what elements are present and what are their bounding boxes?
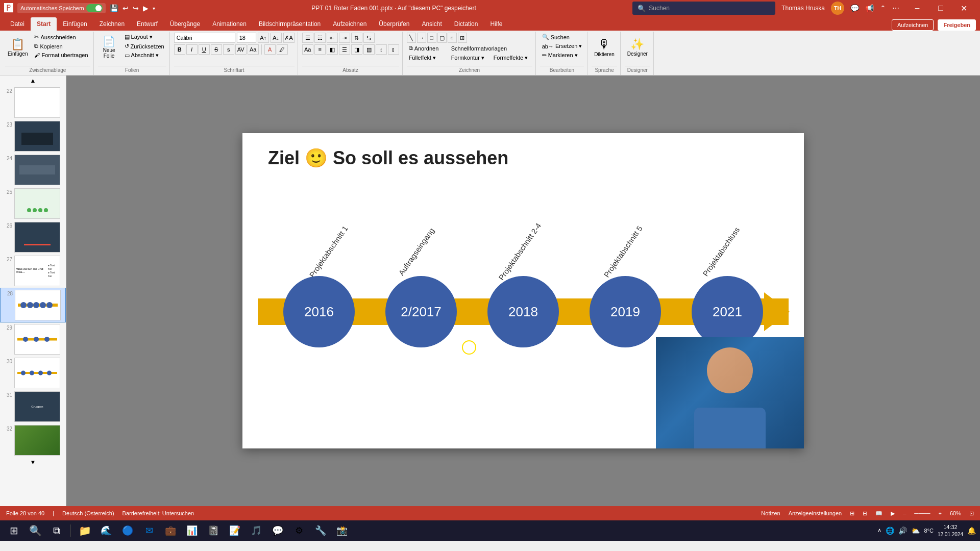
paste-button[interactable]: 📋 Einfügen xyxy=(5,33,30,62)
section-button[interactable]: ▭ Abschnitt ▾ xyxy=(122,51,166,60)
tab-aufzeichnen[interactable]: Aufzeichnen xyxy=(327,17,373,31)
font-name-input[interactable] xyxy=(174,33,235,43)
notes-button[interactable]: Notizen xyxy=(761,510,780,516)
align-left[interactable]: ◧ xyxy=(327,44,338,55)
fill-button[interactable]: Fülleffekt ▾ xyxy=(407,54,448,62)
select-button[interactable]: ✏ Markieren ▾ xyxy=(540,51,584,60)
taskbar-app5[interactable]: 📸 xyxy=(332,521,352,540)
network-icon[interactable]: 🌐 xyxy=(886,527,894,535)
slide-thumb-25[interactable]: 25 xyxy=(0,187,66,220)
font-size-input[interactable] xyxy=(237,33,256,43)
scroll-down[interactable]: ▼ xyxy=(0,457,66,467)
taskbar-mail[interactable]: ✉ xyxy=(139,521,159,540)
taskbar-teams[interactable]: 💼 xyxy=(161,521,180,540)
minimize-button[interactable]: – xyxy=(905,0,929,16)
taskbar-chrome[interactable]: 🔵 xyxy=(118,521,137,540)
view-settings[interactable]: Anzeigeeinstellungen xyxy=(789,510,842,516)
share-feedback-icon[interactable]: 📢 xyxy=(865,4,874,12)
slide-thumb-29[interactable]: 29 xyxy=(0,322,66,356)
underline-button[interactable]: U xyxy=(199,44,210,55)
tab-bildschirm[interactable]: Bildschirmpräsentation xyxy=(253,17,327,31)
shape-rounded[interactable]: ▢ xyxy=(437,33,447,43)
tab-animationen[interactable]: Animationen xyxy=(206,17,253,31)
dictate-button[interactable]: 🎙 Diktieren xyxy=(592,33,617,62)
tab-datei[interactable]: Datei xyxy=(4,17,31,31)
align-right[interactable]: ◨ xyxy=(351,44,362,55)
ribbon-toggle-icon[interactable]: ⌃ xyxy=(880,4,886,12)
view-sorter[interactable]: ⊟ xyxy=(863,510,867,517)
taskview-button[interactable]: ⧉ xyxy=(47,521,66,540)
char-spacing-button[interactable]: AV xyxy=(235,44,247,55)
shape-arrow[interactable]: → xyxy=(417,33,426,43)
volume-icon[interactable]: 🔊 xyxy=(898,527,907,535)
font-color-button[interactable]: A xyxy=(264,44,276,55)
chat-icon[interactable]: 💬 xyxy=(850,4,859,12)
taskbar-app3[interactable]: ⚙ xyxy=(289,521,309,540)
shape-line[interactable]: ╲ xyxy=(407,33,416,43)
search-bar[interactable]: 🔍 xyxy=(632,2,775,15)
clear-format[interactable]: ✗A xyxy=(283,33,295,43)
autosave-toggle[interactable]: Automatisches Speichern xyxy=(17,3,106,13)
save-icon[interactable]: 💾 xyxy=(110,4,118,12)
tab-entwurf[interactable]: Entwurf xyxy=(131,17,164,31)
shape-rect[interactable]: □ xyxy=(427,33,436,43)
tab-ansicht[interactable]: Ansicht xyxy=(415,17,448,31)
present-icon[interactable]: ▶ xyxy=(143,4,149,12)
slide-thumb-27[interactable]: 27 Was zu tun ist und was... ● Text hier… xyxy=(0,254,66,288)
view-reading[interactable]: 📖 xyxy=(875,510,883,517)
ribbon-expand-icon[interactable]: ⋯ xyxy=(892,4,899,12)
shape-circle[interactable]: ○ xyxy=(448,33,457,43)
shape-more[interactable]: ⊞ xyxy=(458,33,467,43)
italic-button[interactable]: I xyxy=(186,44,198,55)
justify[interactable]: ▤ xyxy=(363,44,375,55)
text-align-btn[interactable]: ≡ xyxy=(314,44,326,55)
case-button[interactable]: Aa xyxy=(248,44,259,55)
taskbar-app2[interactable]: 💬 xyxy=(268,521,287,540)
taskbar-edge[interactable]: 🌊 xyxy=(96,521,116,540)
slide-thumb-31[interactable]: 31 Gruppen xyxy=(0,390,66,423)
taskbar-explorer[interactable]: 📁 xyxy=(75,521,94,540)
font-size-decrease[interactable]: A↓ xyxy=(271,33,282,43)
convert-smartart[interactable]: ⇆ xyxy=(363,33,375,43)
columns[interactable]: ⫿ xyxy=(388,44,399,55)
slide-thumb-26[interactable]: 26 xyxy=(0,220,66,254)
strikethrough-button[interactable]: S xyxy=(211,44,222,55)
notifications-icon[interactable]: 🔔 xyxy=(967,527,976,535)
zoom-decrease[interactable]: – xyxy=(903,510,906,516)
slide-thumb-22[interactable]: 22 xyxy=(0,86,66,119)
bold-button[interactable]: B xyxy=(174,44,185,55)
tray-up-icon[interactable]: ∧ xyxy=(877,527,881,534)
indent-decrease[interactable]: ⇤ xyxy=(327,33,338,43)
taskbar-word[interactable]: 📝 xyxy=(225,521,244,540)
arrange-button[interactable]: ⧉ Anordnen xyxy=(407,44,448,53)
search-input[interactable] xyxy=(649,5,770,12)
tab-hilfe[interactable]: Hilfe xyxy=(484,17,508,31)
font-size-increase[interactable]: A↑ xyxy=(258,33,269,43)
autosave-switch[interactable] xyxy=(86,4,103,12)
taskbar-app1[interactable]: 🎵 xyxy=(247,521,266,540)
taskbar-powerpoint[interactable]: 📊 xyxy=(182,521,202,540)
close-button[interactable]: ✕ xyxy=(952,0,976,16)
number-list-button[interactable]: ☷ xyxy=(314,33,326,43)
align-center[interactable]: ☰ xyxy=(339,44,350,55)
direction-button[interactable]: ⇅ xyxy=(351,33,362,43)
cut-button[interactable]: ✂ Ausschneiden xyxy=(32,33,90,41)
layout-button[interactable]: ▤ Layout ▾ xyxy=(122,33,166,41)
reset-button[interactable]: ↺ Zurücksetzen xyxy=(122,42,166,51)
quickaccess-dropdown[interactable]: ▾ xyxy=(153,6,155,11)
slide-thumb-32[interactable]: 32 xyxy=(0,423,66,457)
find-button[interactable]: 🔍 Suchen xyxy=(540,33,584,41)
scroll-up[interactable]: ▲ xyxy=(0,76,66,86)
tab-einfuegen[interactable]: Einfügen xyxy=(57,17,93,31)
aufzeichnen-button[interactable]: Aufzeichnen xyxy=(892,19,934,31)
redo-icon[interactable]: ↪ xyxy=(133,4,139,12)
designer-button[interactable]: ✨ Designer xyxy=(625,33,650,62)
start-button[interactable]: ⊞ xyxy=(4,521,23,540)
view-slideshow[interactable]: ▶ xyxy=(891,510,895,517)
freigeben-button[interactable]: Freigeben xyxy=(938,19,976,31)
maximize-button[interactable]: □ xyxy=(929,0,952,16)
undo-icon[interactable]: ↩ xyxy=(122,4,129,12)
bullet-list-button[interactable]: ☰ xyxy=(302,33,313,43)
line-spacing[interactable]: ↕ xyxy=(376,44,387,55)
shadow-button[interactable]: s xyxy=(223,44,234,55)
